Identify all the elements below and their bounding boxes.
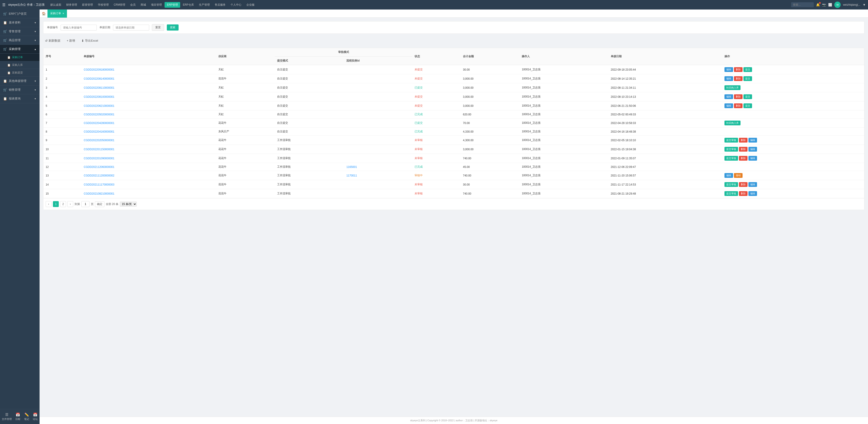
nav-学校管理[interactable]: 学校管理 (96, 2, 111, 8)
action-btn-提交审核[interactable]: 提交审核 (724, 147, 738, 151)
order-no-link[interactable]: CGDD202209180000001 (84, 68, 114, 71)
nav-商城[interactable]: 商城 (138, 2, 148, 8)
home-icon[interactable]: 🏠 (42, 12, 46, 16)
sidebar-bottom-notes[interactable]: ✏️ 笔记 (22, 412, 31, 422)
page-2-button[interactable]: 2 (60, 201, 66, 207)
action-btn-转采购入库[interactable]: 转采购入库 (724, 85, 741, 90)
nav-erp管理[interactable]: ERP管理 (164, 2, 180, 8)
order-no-link[interactable]: CGDD202204160000001 (84, 130, 114, 133)
sidebar-sub-item-purchase-order[interactable]: 📋 采购订单 (0, 54, 39, 61)
sidebar-item-basic-data[interactable]: 📋 基本资料 ▼ (0, 18, 39, 27)
screenshot-icon[interactable]: 📷 (822, 3, 826, 6)
action-btn-编辑[interactable]: 编辑 (724, 173, 733, 178)
action-btn-提交审核[interactable]: 提交审核 (724, 191, 738, 196)
nav-售后服务[interactable]: 售后服务 (213, 2, 228, 8)
action-btn-编辑[interactable]: 编辑 (748, 147, 757, 151)
flow-instance-link[interactable]: 1165001 (346, 165, 357, 169)
sidebar-bottom-forum[interactable]: 📅 论坛 (31, 412, 39, 422)
action-btn-编辑[interactable]: 编辑 (724, 104, 733, 108)
order-no-link[interactable]: CGDD202208140000001 (84, 77, 114, 80)
order-no-link[interactable]: CGDD202205020000001 (84, 113, 114, 116)
order-no-link[interactable]: CGDD202111170000003 (84, 183, 114, 186)
notification-icon[interactable]: 🔔 (816, 3, 820, 6)
order-no-link[interactable]: CGDD202112060000001 (84, 165, 114, 169)
action-btn-编辑[interactable]: 编辑 (724, 67, 733, 72)
action-btn-提交审核[interactable]: 提交审核 (724, 182, 738, 187)
action-btn-删除[interactable]: 删除 (739, 147, 747, 151)
sidebar-item-erp-home[interactable]: 🛒 ERP门户首页 (0, 9, 39, 18)
page-confirm-button[interactable]: 确定 (95, 201, 104, 207)
nav-erp仓库[interactable]: ERP仓库 (181, 2, 196, 8)
action-btn-提交审核[interactable]: 提交审核 (724, 156, 738, 161)
order-no-link[interactable]: CGDD202108210000001 (84, 192, 114, 195)
fullscreen-icon[interactable]: ⬜ (828, 3, 832, 6)
action-btn-编辑[interactable]: 编辑 (748, 191, 757, 196)
action-btn-删除[interactable]: 删除 (734, 76, 743, 81)
action-btn-编辑[interactable]: 编辑 (724, 94, 733, 99)
menu-icon[interactable]: ☰ (2, 3, 5, 7)
nav-个人中心[interactable]: 个人中心 (228, 2, 244, 8)
reset-button[interactable]: 重置 (152, 24, 164, 31)
global-search-input[interactable] (791, 2, 814, 7)
sidebar-sub-item-purchase-return[interactable]: 📋 采购退货 (0, 69, 39, 77)
add-button[interactable]: + 新增 (65, 38, 77, 44)
flow-instance-link[interactable]: 1170011 (346, 174, 357, 177)
sidebar-item-product-mgmt[interactable]: 🛒 商品管理 ▼ (0, 36, 39, 45)
page-jump-input[interactable] (81, 201, 90, 207)
per-page-select[interactable]: 15 条/页 30 条/页 50 条/页 (120, 202, 137, 206)
order-no-link[interactable]: CGDD202204280000001 (84, 121, 114, 125)
nav-会员[interactable]: 会员 (128, 2, 138, 8)
action-btn-提交[interactable]: 提交 (743, 67, 752, 72)
order-no-link[interactable]: CGDD202208100000001 (84, 95, 114, 98)
date-input[interactable] (113, 25, 149, 31)
order-no-input[interactable] (61, 25, 97, 31)
order-no-link[interactable]: CGDD202111200000002 (84, 174, 114, 177)
nav-项目管理[interactable]: 项目管理 (149, 2, 164, 8)
action-btn-删除[interactable]: 删除 (739, 138, 747, 143)
action-btn-撤销[interactable]: 撤销 (734, 173, 743, 178)
sidebar-item-other-mgmt[interactable]: 📋 其他单据管理 ▼ (0, 77, 39, 86)
tab-close-icon[interactable]: ✕ (62, 12, 64, 15)
sidebar-item-retail-mgmt[interactable]: 🛒 零售管理 ▼ (0, 27, 39, 36)
sidebar-bottom-file-mgmt[interactable]: ☰ 文件管理 (0, 412, 13, 422)
export-button[interactable]: ⬇ 导出Excel (80, 38, 100, 44)
sidebar-bottom-calendar[interactable]: 📅 日程 (13, 412, 22, 422)
order-no-link[interactable]: CGDD202202050000001 (84, 139, 114, 142)
action-btn-删除[interactable]: 删除 (739, 156, 747, 161)
nav-财务管理[interactable]: 财务管理 (64, 2, 79, 8)
page-1-button[interactable]: 1 (53, 201, 59, 207)
avatar[interactable]: W (834, 2, 841, 8)
order-no-link[interactable]: CGDD202201150000001 (84, 148, 114, 151)
action-btn-编辑[interactable]: 编辑 (748, 138, 757, 143)
action-btn-删除[interactable]: 删除 (734, 94, 743, 99)
action-btn-提交[interactable]: 提交 (743, 104, 752, 108)
next-page-button[interactable]: › (67, 201, 73, 207)
sidebar-sub-item-purchase-warehouse[interactable]: 📋 采购入库 (0, 61, 39, 69)
action-btn-编辑[interactable]: 编辑 (748, 156, 757, 161)
order-no-link[interactable]: CGDD202201090000001 (84, 157, 114, 160)
sidebar-item-purchase-mgmt[interactable]: 🛒 采购管理 ▲ (0, 45, 39, 54)
nav-默认桌面[interactable]: 默认桌面 (48, 2, 64, 8)
sidebar-item-sales-mgmt[interactable]: 🛒 销售管理 ▼ (0, 86, 39, 94)
nav-生产管理[interactable]: 生产管理 (197, 2, 212, 8)
prev-page-button[interactable]: ‹ (46, 201, 52, 207)
action-btn-转采购入库[interactable]: 转采购入库 (724, 121, 741, 125)
nav-薪资管理[interactable]: 薪资管理 (80, 2, 95, 8)
action-btn-提交[interactable]: 提交 (743, 94, 752, 99)
tab-purchase-order[interactable]: 采购订单 ✕ (48, 9, 67, 18)
refresh-button[interactable]: ↺ 刷新数据 (43, 38, 62, 44)
action-btn-删除[interactable]: 删除 (734, 67, 743, 72)
action-btn-删除[interactable]: 删除 (739, 182, 747, 187)
action-btn-提交[interactable]: 提交 (743, 76, 752, 81)
sidebar-item-report-query[interactable]: 📋 报表查询 ▼ (0, 94, 39, 103)
action-btn-提交审核[interactable]: 提交审核 (724, 138, 738, 143)
order-no-link[interactable]: CGDD202206210000001 (84, 104, 114, 108)
action-btn-删除[interactable]: 删除 (734, 104, 743, 108)
username-label[interactable]: weizhiqiang(... (843, 3, 860, 6)
expand-icon[interactable]: ▼ (863, 3, 866, 6)
nav-crm管理[interactable]: CRM管理 (112, 2, 127, 8)
search-button[interactable]: 搜索 (167, 24, 179, 31)
action-btn-编辑[interactable]: 编辑 (724, 76, 733, 81)
action-btn-删除[interactable]: 删除 (739, 191, 747, 196)
order-no-link[interactable]: CGDD202208110000001 (84, 86, 114, 89)
